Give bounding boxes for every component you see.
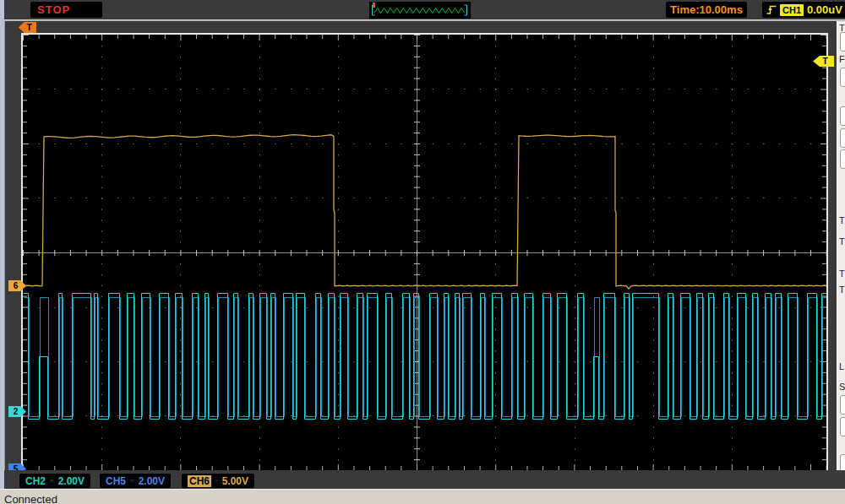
- panel-label-cutoff: F: [839, 54, 845, 64]
- run-state-label: STOP: [37, 3, 70, 16]
- trigger-source-chip: CH1: [780, 4, 804, 16]
- toolbar-separator: [4, 19, 845, 21]
- run-state-stop-button[interactable]: STOP: [30, 2, 102, 18]
- connection-status: Connected: [4, 493, 57, 504]
- ch6-label: CH6: [188, 475, 211, 487]
- ch6-volts-per-div: 5.00V: [222, 475, 248, 487]
- panel-label-cutoff: T: [839, 285, 845, 295]
- panel-label-cutoff: S: [839, 382, 845, 392]
- trigger-position-marker[interactable]: T: [19, 22, 36, 33]
- oscilloscope-app: { "window": { "status": "Connected" }, "…: [0, 0, 845, 504]
- settings-panel-cutoff: TFTTTTLS: [837, 21, 845, 489]
- ch2-channel-badge[interactable]: CH2 2.00V: [19, 474, 90, 488]
- top-readout-bar: STOP Time:10.00ms CH1 0.00uV: [4, 0, 845, 19]
- ch5-label: CH5: [106, 475, 126, 487]
- channel-bar: CH2 2.00V CH5 2.00V CH6 5.00V: [4, 470, 845, 489]
- timebase-readout: Time:10.00ms: [666, 2, 747, 18]
- panel-button-cutoff[interactable]: [840, 417, 845, 436]
- ch2-volts-per-div: 2.00V: [58, 475, 84, 487]
- ch6-channel-badge[interactable]: CH6 5.00V: [182, 474, 254, 488]
- panel-button-cutoff[interactable]: [840, 128, 845, 148]
- ch2-label: CH2: [25, 475, 46, 487]
- preview-waveform-canvas: [369, 2, 471, 19]
- panel-label-cutoff: T: [839, 236, 845, 247]
- panel-label-cutoff: L: [839, 361, 845, 371]
- dc-coupling-icon: [215, 476, 218, 485]
- dc-coupling-icon: [130, 476, 134, 485]
- timebase-label: Time:10.00ms: [670, 3, 743, 16]
- panel-button-cutoff[interactable]: [840, 68, 845, 87]
- panel-button-cutoff[interactable]: [840, 395, 845, 415]
- ch5-volts-per-div: 2.00V: [139, 475, 165, 487]
- panel-label-cutoff: T: [839, 215, 845, 225]
- ch5-channel-badge[interactable]: CH5 2.00V: [100, 474, 171, 488]
- trigger-level-value: 0.00uV: [807, 3, 842, 16]
- window-left-edge: [0, 0, 5, 504]
- trigger-position-preview[interactable]: [369, 2, 471, 19]
- panel-button-cutoff[interactable]: [840, 149, 845, 169]
- waveform-canvas: [23, 35, 826, 470]
- trigger-readout: CH1 0.00uV: [762, 2, 845, 18]
- panel-button-cutoff[interactable]: [840, 32, 845, 51]
- panel-label-cutoff: T: [839, 268, 845, 279]
- dc-coupling-icon: [50, 476, 54, 485]
- rising-edge-trigger-icon: [766, 3, 777, 16]
- scope-display: [21, 33, 828, 472]
- panel-button-cutoff[interactable]: [840, 106, 845, 126]
- status-bar: Connected: [0, 489, 845, 504]
